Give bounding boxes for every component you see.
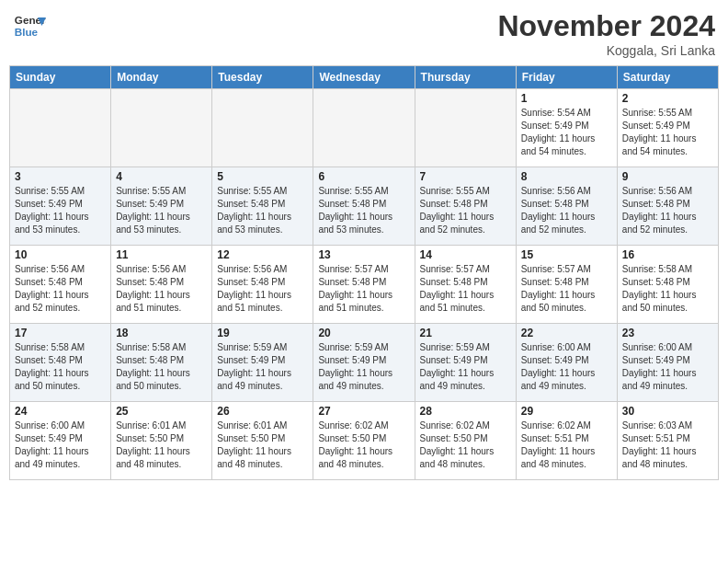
col-header-sunday: Sunday [10,66,111,89]
day-number: 29 [521,405,612,418]
col-header-friday: Friday [516,66,617,89]
calendar-cell: 19Sunrise: 5:59 AM Sunset: 5:49 PM Dayli… [212,324,313,402]
day-info: Sunrise: 6:01 AM Sunset: 5:50 PM Dayligh… [217,419,308,471]
day-number: 15 [521,248,612,261]
calendar-cell: 8Sunrise: 5:56 AM Sunset: 5:48 PM Daylig… [516,167,617,246]
day-number: 16 [622,248,713,261]
calendar-week-row: 17Sunrise: 5:58 AM Sunset: 5:48 PM Dayli… [10,324,719,402]
day-number: 11 [116,248,207,261]
day-number: 20 [318,327,409,339]
day-number: 1 [521,92,612,105]
day-number: 26 [217,405,308,418]
day-info: Sunrise: 6:02 AM Sunset: 5:51 PM Dayligh… [521,419,612,471]
day-number: 21 [420,327,511,339]
calendar-cell: 24Sunrise: 6:00 AM Sunset: 5:49 PM Dayli… [10,402,111,480]
calendar-cell: 27Sunrise: 6:02 AM Sunset: 5:50 PM Dayli… [313,402,415,480]
day-info: Sunrise: 5:57 AM Sunset: 5:48 PM Dayligh… [521,263,612,315]
calendar-cell: 10Sunrise: 5:56 AM Sunset: 5:48 PM Dayli… [10,246,111,324]
calendar-cell: 29Sunrise: 6:02 AM Sunset: 5:51 PM Dayli… [516,402,617,480]
day-info: Sunrise: 5:55 AM Sunset: 5:49 PM Dayligh… [116,185,207,236]
day-number: 24 [15,405,106,418]
col-header-wednesday: Wednesday [313,66,415,89]
logo-icon: General Blue [13,9,46,42]
day-number: 22 [521,327,612,339]
day-info: Sunrise: 6:03 AM Sunset: 5:51 PM Dayligh… [622,419,713,471]
day-info: Sunrise: 5:55 AM Sunset: 5:48 PM Dayligh… [217,185,308,236]
calendar-cell: 11Sunrise: 5:56 AM Sunset: 5:48 PM Dayli… [111,246,212,324]
calendar-week-row: 24Sunrise: 6:00 AM Sunset: 5:49 PM Dayli… [10,402,719,480]
calendar-cell: 23Sunrise: 6:00 AM Sunset: 5:49 PM Dayli… [617,324,718,402]
day-info: Sunrise: 5:59 AM Sunset: 5:49 PM Dayligh… [217,341,308,393]
logo: General Blue [13,9,46,42]
calendar-cell: 25Sunrise: 6:01 AM Sunset: 5:50 PM Dayli… [111,402,212,480]
calendar-week-row: 1Sunrise: 5:54 AM Sunset: 5:49 PM Daylig… [10,89,719,167]
calendar-cell: 17Sunrise: 5:58 AM Sunset: 5:48 PM Dayli… [10,324,111,402]
calendar-cell: 28Sunrise: 6:02 AM Sunset: 5:50 PM Dayli… [415,402,516,480]
day-info: Sunrise: 5:58 AM Sunset: 5:48 PM Dayligh… [15,341,106,393]
day-number: 3 [15,170,106,183]
calendar-cell: 4Sunrise: 5:55 AM Sunset: 5:49 PM Daylig… [111,167,212,246]
col-header-monday: Monday [111,66,212,89]
day-number: 7 [420,170,511,183]
calendar-cell: 12Sunrise: 5:56 AM Sunset: 5:48 PM Dayli… [212,246,313,324]
day-number: 18 [116,327,207,339]
calendar-header-row: SundayMondayTuesdayWednesdayThursdayFrid… [10,66,719,89]
day-info: Sunrise: 6:01 AM Sunset: 5:50 PM Dayligh… [116,419,207,471]
calendar-cell: 30Sunrise: 6:03 AM Sunset: 5:51 PM Dayli… [617,402,718,480]
day-info: Sunrise: 5:55 AM Sunset: 5:48 PM Dayligh… [318,185,409,236]
calendar-cell: 2Sunrise: 5:55 AM Sunset: 5:49 PM Daylig… [617,89,718,167]
day-info: Sunrise: 5:56 AM Sunset: 5:48 PM Dayligh… [15,263,106,315]
calendar-cell: 1Sunrise: 5:54 AM Sunset: 5:49 PM Daylig… [516,89,617,167]
day-number: 25 [116,405,207,418]
day-number: 12 [217,248,308,261]
calendar-cell [10,89,111,167]
day-number: 30 [622,405,713,418]
day-info: Sunrise: 5:59 AM Sunset: 5:49 PM Dayligh… [420,341,511,393]
day-info: Sunrise: 6:00 AM Sunset: 5:49 PM Dayligh… [15,419,106,471]
day-number: 17 [15,327,106,339]
day-info: Sunrise: 5:55 AM Sunset: 5:49 PM Dayligh… [15,185,106,236]
calendar-cell [111,89,212,167]
day-info: Sunrise: 5:56 AM Sunset: 5:48 PM Dayligh… [521,185,612,236]
calendar-cell [212,89,313,167]
calendar-week-row: 3Sunrise: 5:55 AM Sunset: 5:49 PM Daylig… [10,167,719,246]
day-info: Sunrise: 6:02 AM Sunset: 5:50 PM Dayligh… [420,419,511,471]
calendar-cell: 14Sunrise: 5:57 AM Sunset: 5:48 PM Dayli… [415,246,516,324]
day-info: Sunrise: 5:54 AM Sunset: 5:49 PM Dayligh… [521,107,612,158]
calendar-cell: 22Sunrise: 6:00 AM Sunset: 5:49 PM Dayli… [516,324,617,402]
col-header-thursday: Thursday [415,66,516,89]
day-info: Sunrise: 5:56 AM Sunset: 5:48 PM Dayligh… [622,185,713,236]
day-number: 2 [622,92,713,105]
day-number: 13 [318,248,409,261]
location: Koggala, Sri Lanka [497,43,715,58]
calendar-cell [415,89,516,167]
day-number: 10 [15,248,106,261]
day-info: Sunrise: 5:58 AM Sunset: 5:48 PM Dayligh… [622,263,713,315]
calendar-cell: 21Sunrise: 5:59 AM Sunset: 5:49 PM Dayli… [415,324,516,402]
month-title: November 2024 [497,9,715,43]
calendar-table: SundayMondayTuesdayWednesdayThursdayFrid… [9,65,719,480]
calendar-cell: 6Sunrise: 5:55 AM Sunset: 5:48 PM Daylig… [313,167,415,246]
day-info: Sunrise: 5:57 AM Sunset: 5:48 PM Dayligh… [420,263,511,315]
day-number: 8 [521,170,612,183]
day-info: Sunrise: 5:56 AM Sunset: 5:48 PM Dayligh… [116,263,207,315]
day-number: 5 [217,170,308,183]
calendar-week-row: 10Sunrise: 5:56 AM Sunset: 5:48 PM Dayli… [10,246,719,324]
calendar-cell: 18Sunrise: 5:58 AM Sunset: 5:48 PM Dayli… [111,324,212,402]
calendar-cell: 13Sunrise: 5:57 AM Sunset: 5:48 PM Dayli… [313,246,415,324]
calendar-cell: 15Sunrise: 5:57 AM Sunset: 5:48 PM Dayli… [516,246,617,324]
day-info: Sunrise: 6:02 AM Sunset: 5:50 PM Dayligh… [318,419,409,471]
day-number: 14 [420,248,511,261]
day-number: 4 [116,170,207,183]
calendar-cell: 7Sunrise: 5:55 AM Sunset: 5:48 PM Daylig… [415,167,516,246]
calendar-cell: 9Sunrise: 5:56 AM Sunset: 5:48 PM Daylig… [617,167,718,246]
day-info: Sunrise: 6:00 AM Sunset: 5:49 PM Dayligh… [622,341,713,393]
calendar-cell: 20Sunrise: 5:59 AM Sunset: 5:49 PM Dayli… [313,324,415,402]
day-info: Sunrise: 6:00 AM Sunset: 5:49 PM Dayligh… [521,341,612,393]
day-number: 27 [318,405,409,418]
day-number: 6 [318,170,409,183]
calendar-cell: 26Sunrise: 6:01 AM Sunset: 5:50 PM Dayli… [212,402,313,480]
day-number: 9 [622,170,713,183]
day-info: Sunrise: 5:55 AM Sunset: 5:48 PM Dayligh… [420,185,511,236]
day-number: 28 [420,405,511,418]
